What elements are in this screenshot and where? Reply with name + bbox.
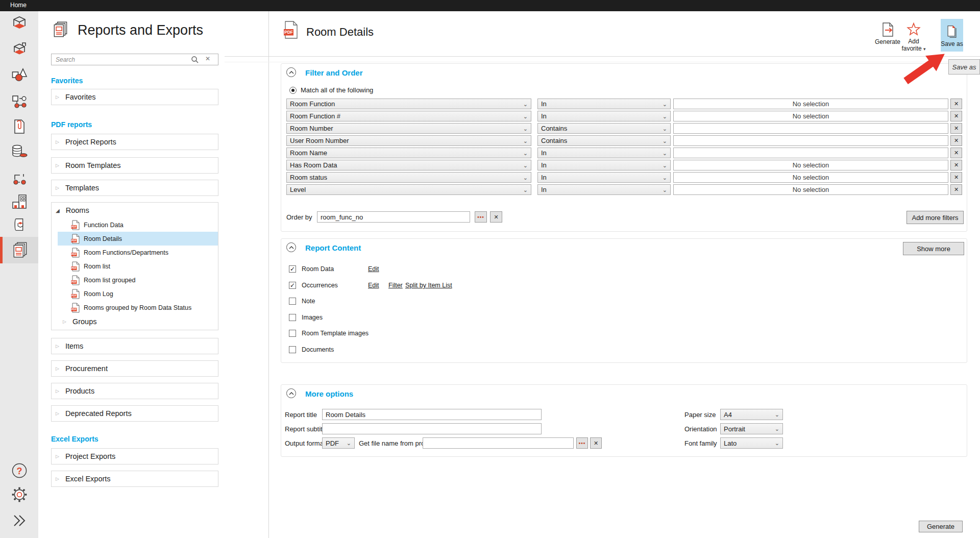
rail-help[interactable]: ? — [0, 462, 38, 479]
rail-reports-and-exports[interactable] — [0, 237, 38, 263]
expander-collapsed-icon[interactable]: ▷ — [56, 476, 59, 481]
report-subtitle-input[interactable] — [322, 423, 542, 434]
rail-logistics[interactable] — [0, 171, 38, 189]
tree-group-favorites[interactable]: ▷ Favorites — [51, 89, 218, 105]
filter-operator-select[interactable]: Contains⌄ — [537, 123, 671, 134]
add-favorite-toolbar-button[interactable]: Add favorite ▾ — [898, 22, 929, 52]
file-name-property-input[interactable] — [423, 437, 574, 449]
expander-collapsed-icon[interactable]: ▷ — [56, 344, 59, 349]
tree-item-room-log[interactable]: PDF Room Log — [58, 287, 218, 301]
home-tab[interactable]: Home — [10, 2, 27, 9]
edit-link[interactable]: Edit — [368, 265, 379, 273]
filter-field-select[interactable]: Has Room Data⌄ — [286, 160, 531, 170]
expander-collapsed-icon[interactable]: ▷ — [56, 94, 59, 100]
tree-item-room-list[interactable]: PDF Room list — [58, 259, 218, 273]
orientation-select[interactable]: Portrait ⌄ — [720, 423, 783, 434]
match-all-radio[interactable] — [289, 87, 297, 94]
order-by-browse-button[interactable]: ••• — [475, 211, 487, 223]
collapse-section-button[interactable] — [286, 242, 296, 252]
rail-expand[interactable] — [0, 512, 38, 529]
tree-item-room-details-selected[interactable]: PDF Room Details — [58, 232, 218, 246]
filter-field-select[interactable]: Level⌄ — [286, 184, 531, 195]
remove-filter-button[interactable]: ✕ — [950, 99, 962, 109]
rail-rooms[interactable] — [0, 14, 38, 33]
search-icon[interactable] — [191, 56, 199, 64]
tree-item-room-functions-departments[interactable]: PDF Room Functions/Departments — [58, 246, 218, 259]
rail-buildings[interactable] — [0, 192, 38, 211]
filter-value-combo[interactable]: No selection — [673, 160, 948, 170]
tree-group-procurement[interactable]: ▷ Procurement — [51, 360, 218, 377]
expander-collapsed-icon[interactable]: ▷ — [56, 185, 59, 190]
tree-node-rooms[interactable]: ◢ Rooms — [52, 203, 218, 218]
report-title-input[interactable] — [322, 409, 542, 420]
filter-field-select[interactable]: Room Number⌄ — [286, 123, 531, 134]
tree-group-items[interactable]: ▷ Items — [51, 338, 218, 354]
expander-collapsed-icon[interactable]: ▷ — [63, 319, 66, 324]
filter-value-combo[interactable] — [673, 135, 948, 146]
filter-operator-select[interactable]: In⌄ — [537, 99, 671, 109]
edit-link[interactable]: Edit — [368, 282, 379, 289]
save-as-toolbar-button[interactable]: Save as — [941, 19, 963, 52]
note-checkbox[interactable] — [289, 298, 296, 305]
clear-search-icon[interactable]: ✕ — [205, 55, 210, 62]
output-format-select[interactable]: PDF ⌄ — [322, 437, 355, 449]
filter-value-combo[interactable] — [673, 123, 948, 134]
paper-size-select[interactable]: A4 ⌄ — [720, 409, 783, 420]
filter-operator-select[interactable]: Contains⌄ — [537, 135, 671, 146]
filter-link[interactable]: Filter — [388, 282, 403, 289]
remove-filter-button[interactable]: ✕ — [950, 160, 962, 170]
documents-checkbox[interactable] — [289, 346, 296, 353]
expander-expanded-icon[interactable]: ◢ — [56, 208, 60, 213]
collapse-section-button[interactable] — [286, 388, 296, 398]
filter-value-combo[interactable]: No selection — [673, 99, 948, 109]
font-family-select[interactable]: Lato ⌄ — [720, 437, 783, 449]
remove-filter-button[interactable]: ✕ — [950, 123, 962, 134]
show-more-button[interactable]: Show more — [903, 242, 964, 255]
tree-group-room-templates[interactable]: ▷ Room Templates — [51, 157, 218, 174]
tree-group-deprecated-reports[interactable]: ▷ Deprecated Reports — [51, 405, 218, 422]
filter-operator-select[interactable]: In⌄ — [537, 184, 671, 195]
rail-settings[interactable] — [0, 486, 38, 503]
filter-operator-select[interactable]: In⌄ — [537, 148, 671, 158]
tree-group-templates[interactable]: ▷ Templates — [51, 180, 218, 196]
tree-item-rooms-grouped-by-room-data-status[interactable]: PDF Rooms grouped by Room Data Status — [58, 301, 218, 314]
split-by-item-list-link[interactable]: Split by Item List — [405, 282, 452, 289]
expander-collapsed-icon[interactable]: ▷ — [56, 411, 59, 416]
rail-room-list[interactable] — [0, 41, 38, 59]
generate-button[interactable]: Generate — [919, 521, 963, 532]
filter-value-combo[interactable] — [673, 148, 948, 158]
tree-group-products[interactable]: ▷ Products — [51, 383, 218, 399]
room-data-checkbox[interactable]: ✓ — [289, 265, 296, 273]
remove-filter-button[interactable]: ✕ — [950, 135, 962, 146]
rail-product-catalog[interactable] — [0, 216, 38, 234]
filter-operator-select[interactable]: In⌄ — [537, 111, 671, 121]
tree-node-groups[interactable]: ▷ Groups — [52, 314, 218, 329]
expander-collapsed-icon[interactable]: ▷ — [56, 163, 59, 168]
filter-value-combo[interactable]: No selection — [673, 111, 948, 121]
rail-items[interactable] — [0, 65, 38, 84]
filter-field-select[interactable]: User Room Number⌄ — [286, 135, 531, 146]
expander-collapsed-icon[interactable]: ▷ — [56, 139, 59, 144]
filter-operator-select[interactable]: In⌄ — [537, 160, 671, 170]
tree-group-project-exports[interactable]: ▷ Project Exports — [51, 448, 218, 464]
filter-field-select[interactable]: Room Function #⌄ — [286, 111, 531, 121]
file-name-browse-button[interactable]: ••• — [576, 437, 588, 449]
tree-group-project-reports[interactable]: ▷ Project Reports — [51, 134, 218, 150]
file-name-clear-button[interactable]: ✕ — [590, 437, 602, 449]
rail-systems[interactable] — [0, 93, 38, 111]
collapse-section-button[interactable] — [286, 67, 296, 77]
filter-field-select[interactable]: Room Function⌄ — [286, 99, 531, 109]
remove-filter-button[interactable]: ✕ — [950, 111, 962, 121]
expander-collapsed-icon[interactable]: ▷ — [56, 366, 59, 371]
order-by-clear-button[interactable]: ✕ — [490, 211, 502, 223]
rail-attached-documents[interactable] — [0, 117, 38, 136]
expander-collapsed-icon[interactable]: ▷ — [56, 454, 59, 459]
occurrences-checkbox[interactable]: ✓ — [289, 282, 296, 289]
filter-value-combo[interactable]: No selection — [673, 184, 948, 195]
images-checkbox[interactable] — [289, 314, 296, 321]
tree-item-function-data[interactable]: PDF Function Data — [58, 218, 218, 232]
add-more-filters-button[interactable]: Add more filters — [906, 211, 964, 224]
tree-group-excel-exports[interactable]: ▷ Excel Exports — [51, 471, 218, 487]
order-by-input[interactable] — [317, 211, 470, 223]
rail-finance[interactable] — [0, 142, 38, 160]
